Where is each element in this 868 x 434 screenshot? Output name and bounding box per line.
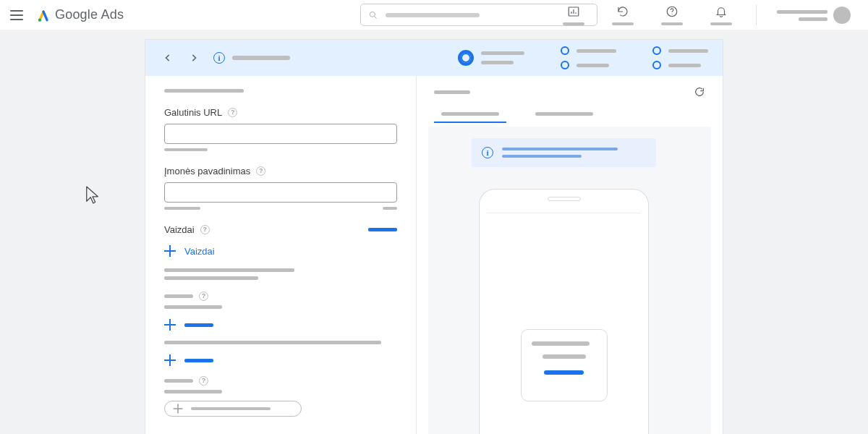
final-url-input[interactable] xyxy=(164,124,397,144)
step-forward-button[interactable] xyxy=(186,50,202,66)
preview-tab-1[interactable] xyxy=(434,112,506,123)
refresh-icon xyxy=(616,5,629,18)
help-icon[interactable] xyxy=(199,292,208,301)
business-name-label: Įmonės pavadinimas xyxy=(164,166,397,176)
images-section-header: Vaizdai xyxy=(164,224,397,235)
search-placeholder-skeleton xyxy=(386,13,480,17)
preview-info-banner xyxy=(472,138,656,167)
bar-chart-icon xyxy=(567,5,580,18)
ad-card-preview xyxy=(521,329,608,401)
add-item-button[interactable] xyxy=(164,319,397,331)
ad-builder-panel: Galutinis URL Įmonės pavadinimas Vaizdai… xyxy=(145,39,723,434)
help-icon[interactable] xyxy=(228,108,237,117)
step-indicator-icon xyxy=(652,61,661,69)
step-indicator-icon xyxy=(561,46,569,55)
step-indicator-icon xyxy=(561,61,569,69)
product-name: Google Ads xyxy=(55,7,124,22)
avatar[interactable] xyxy=(833,7,851,24)
ads-logo-icon xyxy=(36,8,51,22)
steps xyxy=(458,46,708,69)
step-2[interactable] xyxy=(561,46,616,69)
preview-tabs xyxy=(434,112,705,123)
step-indicator-icon xyxy=(652,46,661,55)
separator xyxy=(756,5,757,25)
account-switcher[interactable] xyxy=(777,7,851,24)
preview-header xyxy=(417,76,723,123)
plus-icon xyxy=(164,354,176,366)
refresh-icon xyxy=(694,86,705,98)
ad-form: Galutinis URL Įmonės pavadinimas Vaizdai… xyxy=(145,76,417,434)
bell-icon xyxy=(715,5,728,18)
menu-icon[interactable] xyxy=(10,10,23,20)
preview-title-skeleton xyxy=(434,90,470,94)
step-title-skeleton xyxy=(232,56,290,60)
final-url-label: Galutinis URL xyxy=(164,107,397,118)
device-screen xyxy=(487,213,641,434)
plus-icon xyxy=(164,245,176,257)
panel-body: Galutinis URL Įmonės pavadinimas Vaizdai… xyxy=(145,76,723,434)
cursor-pointer-icon xyxy=(85,185,101,205)
preview-canvas xyxy=(428,127,711,434)
step-back-button[interactable] xyxy=(160,50,176,66)
chevron-left-icon xyxy=(164,54,171,61)
chevron-right-icon xyxy=(190,54,197,61)
text-skeleton xyxy=(164,305,222,309)
help-icon xyxy=(665,5,678,18)
images-link-skeleton[interactable] xyxy=(368,228,397,231)
product-logo[interactable]: Google Ads xyxy=(36,7,124,22)
svg-line-2 xyxy=(375,16,377,18)
stepper-header xyxy=(145,40,723,76)
add-chip-button[interactable] xyxy=(164,401,302,417)
section-label-skeleton xyxy=(164,292,397,301)
step-indicator-active-icon xyxy=(458,50,474,66)
step-1[interactable] xyxy=(458,50,524,66)
phone-speaker-icon xyxy=(548,197,581,201)
add-images-button[interactable]: Vaizdai xyxy=(164,245,397,257)
help-icon[interactable] xyxy=(199,376,208,386)
notifications-button[interactable] xyxy=(707,5,736,25)
section-label-skeleton xyxy=(164,376,397,386)
help-button[interactable] xyxy=(658,5,686,25)
business-name-input[interactable] xyxy=(164,182,397,203)
device-frame xyxy=(479,189,649,434)
plus-icon xyxy=(174,404,183,414)
text-skeleton xyxy=(164,390,222,393)
preview-refresh-button[interactable] xyxy=(694,86,705,98)
svg-point-1 xyxy=(370,12,375,17)
divider-skeleton xyxy=(164,341,381,344)
help-icon[interactable] xyxy=(256,166,265,176)
plus-icon xyxy=(164,319,176,331)
top-actions xyxy=(559,0,851,30)
info-icon xyxy=(482,147,493,158)
search-icon xyxy=(368,10,378,20)
reports-button[interactable] xyxy=(559,5,588,25)
svg-point-8 xyxy=(671,14,672,14)
ad-preview xyxy=(417,76,723,434)
cta-skeleton xyxy=(544,370,584,375)
info-icon[interactable] xyxy=(213,52,225,64)
step-3[interactable] xyxy=(652,46,708,69)
add-item-button[interactable] xyxy=(164,354,397,366)
help-icon[interactable] xyxy=(200,225,210,234)
workspace: Galutinis URL Įmonės pavadinimas Vaizdai… xyxy=(0,30,868,434)
preview-tab-2[interactable] xyxy=(535,112,593,123)
top-bar: Google Ads xyxy=(0,0,868,30)
refresh-button[interactable] xyxy=(608,5,637,25)
svg-point-0 xyxy=(38,18,41,21)
